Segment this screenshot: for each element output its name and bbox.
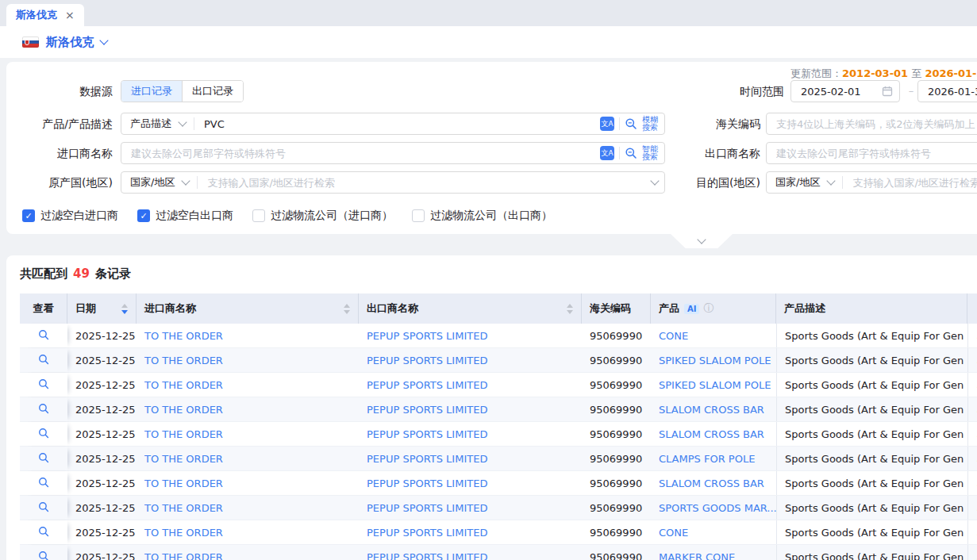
column-header-exporter[interactable]: 出口商名称 [359,293,582,324]
product-link[interactable]: SLALOM CROSS BAR [659,428,764,440]
date-text: 2025-12-25 [75,404,136,416]
checkbox-icon[interactable]: ✓ [22,209,35,222]
description-text: Sports Goods (Art & Equip For Gen ... [785,330,967,342]
table-row: 2025-12-25TO THE ORDERPEPUP SPORTS LIMIT… [20,545,977,560]
importer-link[interactable]: TO THE ORDER [144,428,223,440]
collapse-panel-handle[interactable] [671,234,733,248]
product-cell: MARKER CONE [651,545,776,560]
date-to-input[interactable] [918,86,977,98]
hs-code-input[interactable] [767,118,977,130]
tab-export-records[interactable]: 出口记录 [182,81,243,102]
sort-icon[interactable] [560,304,573,314]
view-cell [20,348,67,372]
view-record-button[interactable] [38,428,49,441]
view-record-button[interactable] [38,329,49,343]
translate-icon[interactable]: 文A [600,117,614,131]
exporter-link[interactable]: PEPUP SPORTS LIMITED [367,478,487,489]
exporter-link[interactable]: PEPUP SPORTS LIMITED [367,355,487,366]
importer-input[interactable] [121,148,594,159]
hs_code-text: 95069990 [590,355,642,366]
product-link[interactable]: SLALOM CROSS BAR [659,478,764,489]
clipped-cell: … [967,422,977,446]
importer-link[interactable]: TO THE ORDER [144,502,223,514]
sort-icon[interactable] [115,304,128,314]
exporter-link[interactable]: PEPUP SPORTS LIMITED [367,330,487,342]
product-link[interactable]: SLALOM CROSS BAR [659,404,764,416]
view-record-button[interactable] [38,550,49,560]
column-header-importer[interactable]: 进口商名称 [137,293,359,324]
product-link[interactable]: SPIKED SLALOM POLE [659,379,771,391]
update-range-label: 更新范围： [790,67,842,79]
view-record-button[interactable] [38,354,49,367]
tab-slovakia[interactable]: 斯洛伐克 × [6,4,84,26]
importer-link[interactable]: TO THE ORDER [144,379,223,391]
exporter-cell: PEPUP SPORTS LIMITED [359,471,582,495]
view-record-button[interactable] [38,526,49,539]
exporter-link[interactable]: PEPUP SPORTS LIMITED [367,527,487,539]
filter-checkbox-2[interactable]: 过滤物流公司（进口商） [252,209,393,223]
product-type-select[interactable]: 产品描述 [121,117,194,131]
product-link[interactable]: CONE [659,330,688,342]
date-cell: 2025-12-25 [67,397,137,421]
view-record-button[interactable] [38,501,49,515]
description-text: Sports Goods (Art & Equip For Gen ... [785,379,967,391]
importer-link[interactable]: TO THE ORDER [144,478,223,489]
exporter-link[interactable]: PEPUP SPORTS LIMITED [367,404,487,416]
hs_code-cell: 95069990 [582,545,651,560]
table-row: 2025-12-25TO THE ORDERPEPUP SPORTS LIMIT… [20,447,977,471]
exporter-link[interactable]: PEPUP SPORTS LIMITED [367,551,487,560]
exporter-link[interactable]: PEPUP SPORTS LIMITED [367,502,487,514]
importer-link[interactable]: TO THE ORDER [144,527,223,539]
filter-checkbox-3[interactable]: 过滤物流公司（出口商） [412,209,552,223]
view-record-button[interactable] [38,452,49,466]
origin-country-input[interactable] [198,177,645,189]
country-name[interactable]: 斯洛伐克 [46,35,94,50]
importer-input-group: 文A 智能搜索 [121,142,665,164]
filter-checkbox-0[interactable]: ✓过滤空白进口商 [22,209,118,223]
sort-icon[interactable] [337,304,350,314]
product-search-input[interactable] [194,118,594,130]
info-icon[interactable]: ⓘ [703,301,714,316]
product-link[interactable]: SPIKED SLALOM POLE [659,355,771,366]
checkbox-icon[interactable] [412,209,425,222]
calendar-icon[interactable] [875,86,899,97]
hs_code-text: 95069990 [590,478,642,489]
view-record-button[interactable] [38,403,49,416]
view-record-button[interactable] [38,477,49,490]
importer-link[interactable]: TO THE ORDER [144,330,223,342]
importer-link[interactable]: TO THE ORDER [144,404,223,416]
checkbox-icon[interactable]: ✓ [137,209,150,222]
view-record-button[interactable] [38,378,49,392]
clipped-cell: … [967,397,977,421]
close-icon[interactable]: × [65,10,75,21]
date-from-input[interactable] [791,86,875,98]
exporter-cell: PEPUP SPORTS LIMITED [359,545,582,560]
exporter-cell: PEPUP SPORTS LIMITED [359,373,582,397]
exporter-link[interactable]: PEPUP SPORTS LIMITED [367,453,487,465]
column-header-date[interactable]: 日期 [67,293,137,324]
product-link[interactable]: CLAMPS FOR POLE [659,453,755,465]
exporter-input[interactable] [767,148,977,159]
dest-country-type-select[interactable]: 国家/地区 [767,175,842,190]
product-link[interactable]: CONE [659,527,688,539]
translate-icon[interactable]: 文A [600,146,614,160]
view-cell [20,545,67,560]
description-cell: Sports Goods (Art & Equip For Gen ... [776,471,967,495]
date-text: 2025-12-25 [75,551,136,560]
date-text: 2025-12-25 [75,355,136,366]
importer-link[interactable]: TO THE ORDER [144,551,223,560]
importer-link[interactable]: TO THE ORDER [144,355,223,366]
checkbox-icon[interactable] [252,209,265,222]
exporter-link[interactable]: PEPUP SPORTS LIMITED [367,428,487,440]
chevron-down-icon[interactable] [99,36,108,44]
importer-link[interactable]: TO THE ORDER [144,453,223,465]
filter-checkbox-1[interactable]: ✓过滤空白出口商 [137,209,233,223]
tab-import-records[interactable]: 进口记录 [121,81,182,102]
product-link[interactable]: SPORTS GOODS MAR... [659,502,776,514]
importer-cell: TO THE ORDER [137,520,359,544]
hs-code-input-wrap [766,113,977,135]
product-link[interactable]: MARKER CONE [659,551,735,560]
dest-country-input[interactable] [843,177,977,189]
exporter-link[interactable]: PEPUP SPORTS LIMITED [367,379,487,391]
origin-country-type-select[interactable]: 国家/地区 [121,175,197,190]
